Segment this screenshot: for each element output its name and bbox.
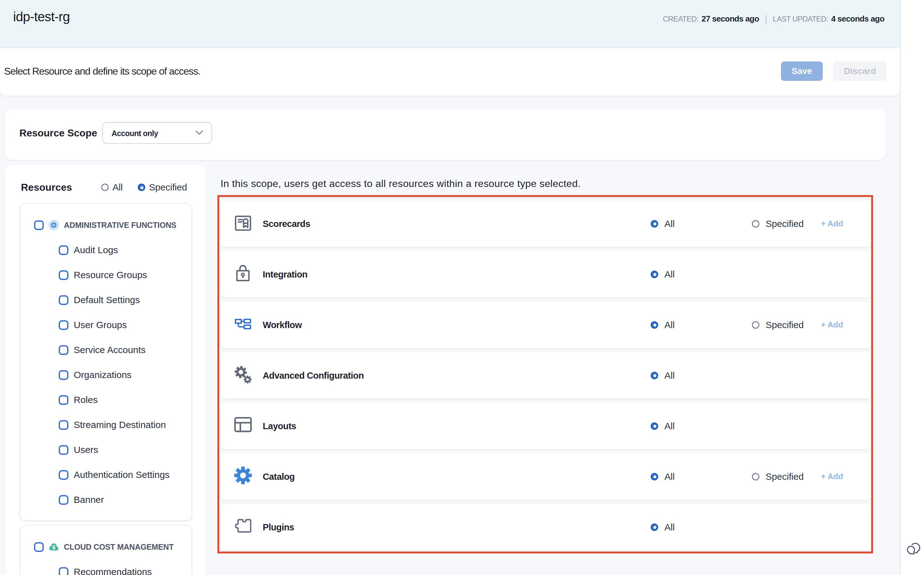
svg-text:$: $ (52, 544, 55, 550)
